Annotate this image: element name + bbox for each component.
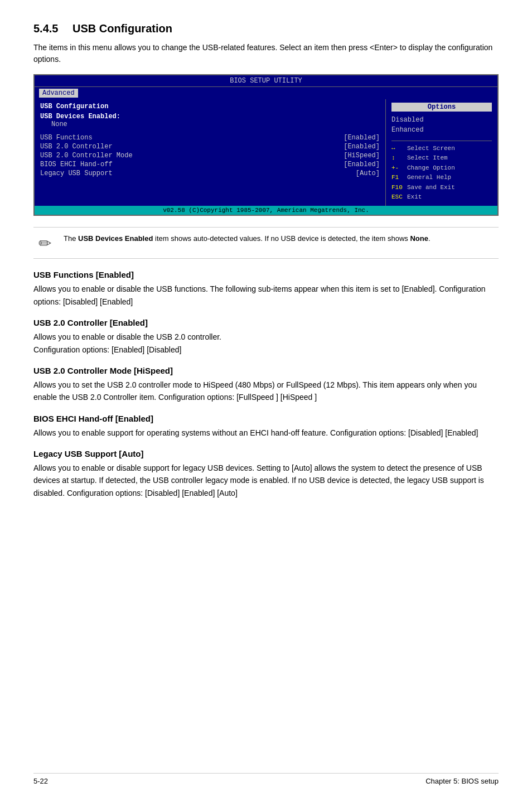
bios-item: USB 2.0 Controller Mode [HiSpeed]	[40, 152, 380, 160]
bios-screen: BIOS SETUP UTILITY Advanced USB Configur…	[33, 74, 499, 216]
bios-help-desc: Select Screen	[407, 144, 455, 153]
bios-right-panel: Options DisabledEnhanced ↔ Select Screen…	[386, 99, 497, 206]
bios-footer-text: v02.58 (C)Copyright 1985-2007, American …	[163, 207, 369, 214]
subsection-title: USB 2.0 Controller [Enabled]	[33, 318, 499, 327]
page-footer: 5-22 Chapter 5: BIOS setup	[33, 773, 499, 785]
bios-items-list: USB Functions [Enabled] USB 2.0 Controll…	[40, 134, 380, 177]
bios-left-header: USB Configuration	[40, 103, 380, 110]
note-bold-1: USB Devices Enabled	[78, 234, 153, 243]
bios-item: USB Functions [Enabled]	[40, 134, 380, 142]
bios-item-value: [HiSpeed]	[344, 152, 380, 160]
bios-help-row: ↔ Select Screen	[391, 144, 492, 153]
footer-chapter: Chapter 5: BIOS setup	[425, 777, 499, 785]
bios-help-desc: General Help	[407, 173, 451, 182]
subsection-usb-20-controller-mode: USB 2.0 Controller Mode [HiSpeed] Allows…	[33, 366, 499, 404]
bios-tab-row: Advanced	[35, 87, 497, 99]
bios-item-value: [Enabled]	[344, 134, 380, 142]
bios-item: Legacy USB Support [Auto]	[40, 170, 380, 177]
bios-option-item[interactable]: Enhanced	[391, 125, 492, 135]
note-box: ✏ The USB Devices Enabled item shows aut…	[33, 227, 499, 259]
bios-help-list: ↔ Select Screen ↕ Select Item +- Change …	[391, 144, 492, 201]
bios-item-name: Legacy USB Support	[40, 170, 113, 177]
bios-options-list: DisabledEnhanced	[391, 115, 492, 135]
bios-left-panel: USB Configuration USB Devices Enabled: N…	[35, 99, 386, 206]
bios-tab-advanced[interactable]: Advanced	[39, 89, 78, 98]
bios-help-row: F1 General Help	[391, 173, 492, 182]
subsection-title: USB Functions [Enabled]	[33, 270, 499, 279]
bios-item-value: [Enabled]	[344, 143, 380, 151]
subsection-title: BIOS EHCI Hand-off [Enabled]	[33, 414, 499, 423]
section-number: 5.4.5	[33, 22, 58, 35]
bios-help-desc: Exit	[407, 193, 422, 201]
bios-help-row: F10 Save and Exit	[391, 183, 492, 192]
subsection-body: Allows you to enable support for operati…	[33, 427, 499, 439]
subsection-title: USB 2.0 Controller Mode [HiSpeed]	[33, 366, 499, 375]
bios-devices-value: None	[40, 120, 380, 128]
bios-help-key: ESC	[391, 193, 407, 201]
intro-text: The items in this menu allows you to cha…	[33, 42, 499, 65]
subsection-usb-functions: USB Functions [Enabled] Allows you to en…	[33, 270, 499, 308]
bios-help-key: +-	[391, 164, 407, 172]
subsections-container: USB Functions [Enabled] Allows you to en…	[33, 270, 499, 499]
subsection-body: Allows you to enable or disable support …	[33, 462, 499, 499]
section-heading: USB Configuration	[72, 22, 172, 35]
bios-item-value: [Auto]	[356, 170, 380, 177]
bios-help-row: ↕ Select Item	[391, 154, 492, 162]
bios-help-desc: Select Item	[407, 154, 448, 162]
bios-item: USB 2.0 Controller [Enabled]	[40, 143, 380, 151]
subsection-body: Allows you to set the USB 2.0 controller…	[33, 379, 499, 404]
footer-page-number: 5-22	[33, 777, 48, 785]
bios-help-key: F1	[391, 173, 407, 182]
subsection-usb-20-controller: USB 2.0 Controller [Enabled] Allows you …	[33, 318, 499, 356]
section-title: 5.4.5 USB Configuration	[33, 22, 499, 35]
bios-item: BIOS EHCI Hand-off [Enabled]	[40, 161, 380, 168]
bios-devices-label: USB Devices Enabled:	[40, 113, 380, 120]
bios-options-header: Options	[391, 103, 492, 112]
subsection-legacy-usb-support: Legacy USB Support [Auto] Allows you to …	[33, 449, 499, 499]
note-bold-2: None	[410, 234, 428, 243]
bios-item-name: USB 2.0 Controller	[40, 143, 113, 151]
bios-title-bar: BIOS SETUP UTILITY	[35, 75, 497, 87]
bios-item-name: USB Functions	[40, 134, 93, 142]
bios-help-desc: Save and Exit	[407, 183, 455, 192]
bios-help-desc: Change Option	[407, 164, 455, 172]
subsection-bios-ehci-handoff: BIOS EHCI Hand-off [Enabled] Allows you …	[33, 414, 499, 439]
bios-main: USB Configuration USB Devices Enabled: N…	[35, 99, 497, 206]
bios-footer: v02.58 (C)Copyright 1985-2007, American …	[35, 206, 497, 215]
bios-help-row: ESC Exit	[391, 193, 492, 201]
bios-item-value: [Enabled]	[344, 161, 380, 168]
bios-help-key: ↕	[391, 154, 407, 162]
pencil-icon: ✏	[33, 234, 56, 253]
bios-devices-section: USB Devices Enabled: None	[40, 113, 380, 128]
subsection-body: Allows you to enable or disable the USB …	[33, 283, 499, 308]
subsection-title: Legacy USB Support [Auto]	[33, 449, 499, 458]
bios-item-name: USB 2.0 Controller Mode	[40, 152, 133, 160]
subsection-body: Allows you to enable or disable the USB …	[33, 331, 499, 356]
bios-help-key: F10	[391, 183, 407, 192]
bios-help-section: ↔ Select Screen ↕ Select Item +- Change …	[391, 141, 492, 201]
note-text: The USB Devices Enabled item shows auto-…	[64, 233, 431, 244]
bios-help-row: +- Change Option	[391, 164, 492, 172]
bios-help-key: ↔	[391, 144, 407, 153]
bios-item-name: BIOS EHCI Hand-off	[40, 161, 113, 168]
bios-title: BIOS SETUP UTILITY	[230, 77, 302, 85]
bios-option-item[interactable]: Disabled	[391, 115, 492, 125]
